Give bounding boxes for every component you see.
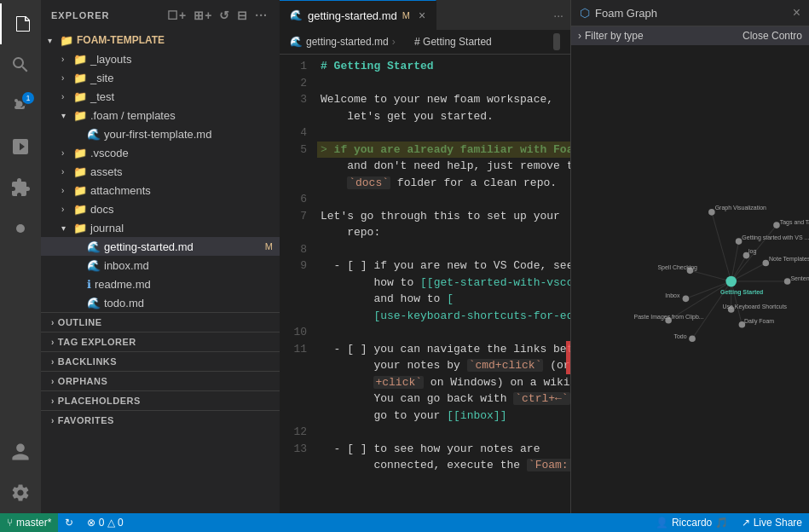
activity-run[interactable] [0,126,41,167]
placeholders-chevron: › [51,396,55,406]
svg-text:Getting Started: Getting Started [720,289,763,296]
activity-extensions[interactable] [0,167,41,208]
tree-inbox[interactable]: 🌊 inbox.md [41,256,280,275]
filter-chevron-icon: › [578,30,581,42]
svg-text:Daily Foam: Daily Foam [744,318,774,325]
outline-section: › OUTLINE [41,312,280,332]
node-graph-viz[interactable] [708,209,715,216]
git-branch-icon: ⑂ [7,517,13,529]
tree-todo[interactable]: 🌊 todo.md [41,293,280,312]
outline-header[interactable]: › OUTLINE [41,313,280,332]
tree-site[interactable]: › 📁 _site [41,68,280,87]
modified-indicator: M [265,241,273,252]
activity-foam[interactable] [0,208,41,249]
node-getting-started-active[interactable] [725,276,737,287]
code-line-9b: how to [[get-started-with-vscode]] [317,275,570,292]
breadcrumb: 🌊 getting-started.md › # Getting Started [280,30,570,55]
code-line-3: Welcome to your new foam workspace, [317,91,570,108]
orphans-chevron: › [51,377,55,386]
sync-icon: ↻ [65,517,73,529]
code-line-8 [317,241,570,258]
orphans-section: › ORPHANS [41,371,280,390]
editor-lines[interactable]: # Getting Started Welcome to your new fo… [317,55,570,513]
svg-text:Graph Visualization: Graph Visualization [715,205,766,211]
editor-area: 🌊 getting-started.md M × ··· 🌊 getting-s… [280,0,570,513]
tree-getting-started[interactable]: 🌊 getting-started.md M [41,237,280,256]
tab-file-icon: 🌊 [290,9,303,21]
live-share[interactable]: ↗ Live Share [735,517,809,529]
tree-docs[interactable]: › 📁 docs [41,200,280,218]
tree-readme[interactable]: ℹ readme.md [41,275,280,293]
activity-explorer[interactable] [0,3,41,44]
collapse-all-btn[interactable]: ⊟ [235,7,250,24]
tab-getting-started[interactable]: 🌊 getting-started.md M × [280,0,436,30]
tree-journal[interactable]: ▾ 📁 journal [41,218,280,237]
node-tags[interactable] [773,222,780,228]
user-name: Riccardo 🎵 [672,517,728,529]
new-file-btn[interactable]: ☐+ [165,7,188,24]
breadcrumb-section[interactable]: # Getting Started [399,36,492,48]
code-line-9: - [ ] if you are new to VS Code, see [317,257,570,275]
live-share-label: Live Share [754,517,802,529]
svg-text:Use Keyboard Shortcuts: Use Keyboard Shortcuts [723,304,788,310]
tree-vscode[interactable]: › 📁 .vscode [41,143,280,162]
activity-settings[interactable] [0,472,41,513]
tree-your-first-template[interactable]: 🌊 your-first-template.md [41,124,280,143]
tab-label: getting-started.md [308,9,397,22]
node-note-templates[interactable] [762,260,769,267]
sync-btn[interactable]: ↻ [58,513,80,532]
node-todo[interactable] [689,335,696,342]
status-bar: ⑂ master* ↻ ⊗ 0 △ 0 👤 Riccardo 🎵 ↗ Live … [0,513,809,532]
tree-attachments[interactable]: › 📁 attachments [41,181,280,200]
new-folder-btn[interactable]: ⊞+ [192,7,214,24]
code-line-13: - [ ] to see how your notes are [317,441,570,458]
svg-text:log: log [748,248,756,255]
breadcrumb-file[interactable]: getting-started.md [306,36,389,48]
more-actions-btn[interactable]: ··· [253,7,269,24]
git-branch[interactable]: ⑂ master* [0,513,58,532]
favorites-header[interactable]: › FAVORITES [41,411,280,430]
favorites-section: › FAVORITES [41,410,280,430]
node-inbox[interactable] [683,296,690,303]
code-line-11b: your notes by `cmd+click` (or `ctrl [317,357,570,374]
tab-close-btn[interactable]: × [419,9,425,22]
file-tree: ▾ 📁 FOAM-TEMPLATE › 📁 _layouts › 📁 _site… [41,31,280,513]
tab-actions-more[interactable]: ··· [553,9,563,22]
orphans-header[interactable]: › ORPHANS [41,372,280,390]
activity-scm[interactable]: 1 [0,85,41,126]
backlinks-header[interactable]: › BACKLINKS [41,352,280,371]
errors-warnings[interactable]: ⊗ 0 △ 0 [80,513,130,532]
tag-explorer-header[interactable]: › TAG EXPLORER [41,332,280,351]
svg-text:Tags and Tag Expl...: Tags and Tag Expl... [780,219,809,226]
node-getting-started-vs[interactable] [736,238,743,245]
tree-root[interactable]: ▾ 📁 FOAM-TEMPLATE [41,31,280,49]
tree-layouts[interactable]: › 📁 _layouts [41,49,280,68]
close-control-btn[interactable]: Close Contro [743,30,802,42]
graph-canvas[interactable]: Graph Visualization Tags and Tag Expl...… [571,45,809,513]
tag-explorer-label: TAG EXPLORER [58,337,136,347]
activity-accounts[interactable] [0,431,41,472]
breadcrumb-sep: › [392,36,396,48]
svg-line-6 [691,270,731,281]
activity-bar-bottom [0,431,41,513]
tree-test[interactable]: › 📁 _test [41,87,280,106]
activity-search[interactable] [0,44,41,85]
placeholders-header[interactable]: › PLACEHOLDERS [41,391,280,410]
refresh-btn[interactable]: ↺ [217,7,232,24]
code-line-11c: +click` on Windows) on a wikilink. [317,374,570,391]
foam-graph-close-btn[interactable]: × [793,5,800,20]
node-sentence-def[interactable] [784,278,791,285]
tree-assets[interactable]: › 📁 assets [41,162,280,181]
status-right: 👤 Riccardo 🎵 ↗ Live Share [649,517,809,529]
code-line-12 [317,424,570,441]
user-info[interactable]: 👤 Riccardo 🎵 [649,517,735,529]
backlinks-label: BACKLINKS [58,356,117,367]
code-line-11e: go to your [[inbox]] [317,408,570,425]
placeholders-label: PLACEHOLDERS [58,396,141,406]
svg-point-0 [16,224,25,233]
code-line-4 [317,124,570,142]
outline-chevron: › [51,318,55,327]
tree-foam-templates[interactable]: ▾ 📁 .foam / templates [41,106,280,124]
outline-label: OUTLINE [58,317,102,327]
filter-by-type-btn[interactable]: › Filter by type [578,30,644,42]
